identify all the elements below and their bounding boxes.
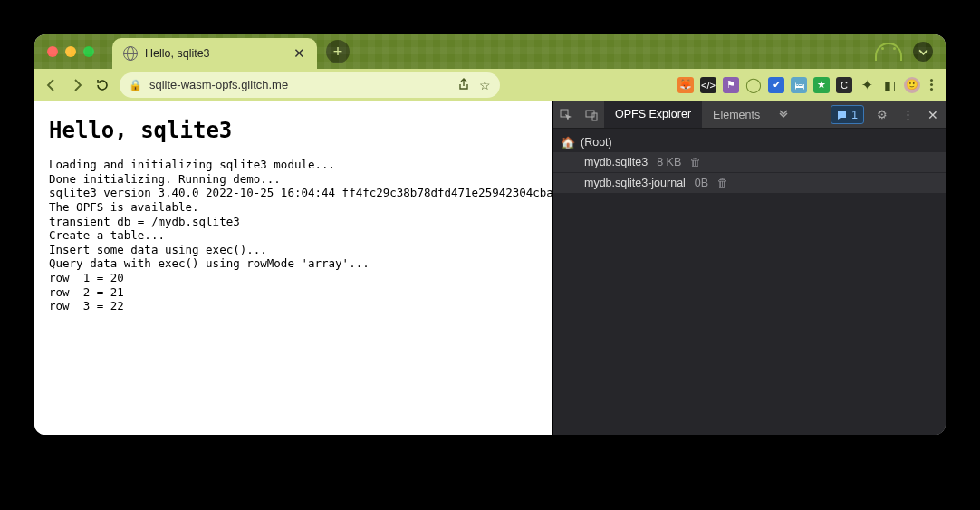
url-text: sqlite-wasm-opfs.glitch.me — [149, 78, 450, 91]
delete-file-icon[interactable]: 🗑 — [717, 177, 729, 189]
tab-title: Hello, sqlite3 — [145, 47, 283, 60]
back-button[interactable] — [43, 77, 60, 93]
extension-icon[interactable]: ★ — [813, 77, 830, 93]
tree-file-row[interactable]: mydb.sqlite38 KB🗑 — [553, 152, 946, 172]
close-devtools-button[interactable]: ✕ — [920, 101, 946, 128]
extensions-menu-icon[interactable]: ✦ — [859, 77, 875, 93]
home-icon: 🏠 — [561, 136, 575, 149]
extension-icon[interactable]: ◯ — [745, 77, 762, 93]
forward-button[interactable] — [69, 77, 85, 93]
lock-icon: 🔒 — [129, 79, 142, 91]
close-tab-button[interactable]: ✕ — [291, 45, 308, 62]
toolbar: 🔒 sqlite-wasm-opfs.glitch.me ☆ 🦊 </> ⚑ ◯… — [34, 69, 946, 101]
minimize-window-button[interactable] — [65, 46, 76, 57]
device-toolbar-icon[interactable] — [579, 101, 604, 128]
address-bar[interactable]: 🔒 sqlite-wasm-opfs.glitch.me ☆ — [120, 72, 500, 98]
extensions-row: 🦊 </> ⚑ ◯ ✔ 🛏 ★ C ✦ ◧ 🙂 — [677, 77, 937, 93]
bookmark-star-icon[interactable]: ☆ — [479, 78, 491, 92]
side-panel-icon[interactable]: ◧ — [881, 77, 898, 93]
root-label: (Root) — [581, 136, 612, 149]
browser-menu-button[interactable] — [927, 79, 937, 91]
share-icon[interactable] — [457, 78, 470, 92]
reload-button[interactable] — [94, 77, 110, 93]
issues-count: 1 — [851, 109, 858, 121]
devtools-tab-opfs[interactable]: OPFS Explorer — [604, 101, 702, 128]
maximize-window-button[interactable] — [83, 46, 94, 57]
file-size: 8 KB — [657, 156, 681, 168]
android-logo-icon — [875, 43, 902, 61]
tree-file-row[interactable]: mydb.sqlite3-journal0B🗑 — [553, 173, 946, 193]
extension-icon[interactable]: ⚑ — [723, 77, 739, 93]
file-name: mydb.sqlite3 — [584, 156, 648, 168]
globe-icon — [123, 46, 138, 61]
tree-root[interactable]: 🏠 (Root) — [553, 132, 946, 152]
profile-avatar[interactable]: 🙂 — [904, 77, 920, 93]
more-tabs-icon[interactable] — [771, 101, 796, 128]
extension-icon[interactable]: ✔ — [768, 77, 784, 93]
extension-icon[interactable]: </> — [700, 77, 716, 93]
devtools-menu-icon[interactable]: ⋮ — [895, 101, 920, 128]
account-menu-button[interactable] — [913, 42, 933, 62]
settings-icon[interactable]: ⚙ — [870, 101, 895, 128]
opfs-tree: 🏠 (Root) mydb.sqlite38 KB🗑mydb.sqlite3-j… — [553, 129, 946, 435]
delete-file-icon[interactable]: 🗑 — [690, 156, 702, 168]
window-controls — [47, 46, 94, 57]
devtools-tab-elements[interactable]: Elements — [702, 101, 771, 128]
extension-icon[interactable]: 🛏 — [791, 77, 807, 93]
page-heading: Hello, sqlite3 — [49, 118, 538, 143]
file-name: mydb.sqlite3-journal — [584, 177, 686, 189]
content-area: Hello, sqlite3 Loading and initializing … — [34, 101, 946, 435]
console-log: Loading and initializing sqlite3 module.… — [49, 158, 538, 313]
new-tab-button[interactable]: + — [326, 40, 350, 63]
extension-icon[interactable]: 🦊 — [677, 77, 694, 93]
devtools-panel: OPFS Explorer Elements 1 ⚙ ⋮ ✕ 🏠 (Root) — [552, 101, 946, 435]
issues-badge[interactable]: 1 — [831, 105, 864, 124]
browser-window: Hello, sqlite3 ✕ + 🔒 sqlite-wasm-opfs.gl… — [34, 34, 946, 435]
browser-tab[interactable]: Hello, sqlite3 ✕ — [112, 38, 317, 69]
extension-icon[interactable]: C — [836, 77, 852, 93]
inspect-element-icon[interactable] — [553, 101, 579, 128]
page-body: Hello, sqlite3 Loading and initializing … — [34, 101, 552, 435]
close-window-button[interactable] — [47, 46, 58, 57]
file-size: 0B — [695, 177, 708, 189]
titlebar: Hello, sqlite3 ✕ + — [34, 34, 946, 69]
devtools-tabbar: OPFS Explorer Elements 1 ⚙ ⋮ ✕ — [553, 101, 946, 129]
